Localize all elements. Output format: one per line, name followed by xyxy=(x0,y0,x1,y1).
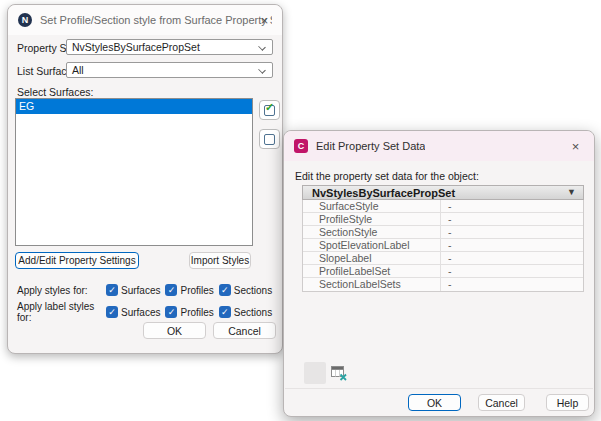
table-row: SurfaceStyle- xyxy=(303,200,583,213)
property-value[interactable]: - xyxy=(440,200,583,212)
checkbox-label: Profiles xyxy=(180,285,213,296)
checkbox-group: ✓Profiles xyxy=(165,306,213,318)
n-app-icon: N xyxy=(18,13,32,27)
uncheck-all-button[interactable] xyxy=(259,129,280,149)
property-name: SlopeLabel xyxy=(303,252,440,264)
cancel-button[interactable]: Cancel xyxy=(478,394,525,411)
apply-styles-row: Apply styles for: ✓Surfaces✓Profiles✓Sec… xyxy=(17,284,272,296)
property-value[interactable]: - xyxy=(440,278,583,291)
check-all-button[interactable]: ✓ xyxy=(259,100,280,120)
table-header-label: NvStylesBySurfacePropSet xyxy=(312,187,455,199)
dialog2-titlebar: C Edit Property Set Data × xyxy=(284,131,594,161)
surface-list-item[interactable]: EG xyxy=(16,99,252,114)
checkbox-group: ✓Sections xyxy=(219,284,272,296)
dropdown-arrow-icon: ▼ xyxy=(567,187,576,197)
table-row: SectionStyle- xyxy=(303,226,583,239)
import-styles-button[interactable]: Import Styles xyxy=(189,252,251,269)
apply-styles-label: Apply styles for: xyxy=(17,285,106,296)
close-button[interactable]: × xyxy=(567,138,584,155)
checkbox-label: Sections xyxy=(234,307,272,318)
civil3d-app-icon: C xyxy=(294,139,308,153)
disabled-button xyxy=(304,362,326,384)
chevron-down-icon xyxy=(258,66,266,74)
checkbox-label: Surfaces xyxy=(121,307,160,318)
close-icon: × xyxy=(261,13,269,28)
property-set-table: NvStylesBySurfacePropSet ▼ SurfaceStyle-… xyxy=(302,185,584,292)
property-value[interactable]: - xyxy=(440,239,583,251)
table-row: SectionLabelSets- xyxy=(303,278,583,291)
list-surfaces-dropdown[interactable]: All xyxy=(66,62,273,78)
sections-checkbox[interactable]: ✓ xyxy=(219,284,231,296)
table-row: SpotElevationLabel- xyxy=(303,239,583,252)
remove-property-set-button[interactable] xyxy=(331,366,348,383)
checkbox-label: Sections xyxy=(234,285,272,296)
close-button[interactable]: × xyxy=(256,12,273,29)
checkbox-group: ✓Surfaces xyxy=(106,284,160,296)
footer-divider xyxy=(285,388,593,389)
property-value[interactable]: - xyxy=(440,213,583,225)
set-profile-section-style-dialog: N Set Profile/Section style from Surface… xyxy=(7,4,283,354)
property-value[interactable]: - xyxy=(440,252,583,264)
dialog1-titlebar: N Set Profile/Section style from Surface… xyxy=(8,5,282,35)
apply-styles-checkboxes: ✓Surfaces✓Profiles✓Sections xyxy=(106,284,272,296)
help-button[interactable]: Help xyxy=(546,394,589,411)
dialog1-title: Set Profile/Section style from Surface P… xyxy=(40,14,272,26)
table-row: ProfileStyle- xyxy=(303,213,583,226)
table-header[interactable]: NvStylesBySurfacePropSet ▼ xyxy=(302,185,584,200)
property-name: ProfileLabelSet xyxy=(303,265,440,277)
surface-listbox[interactable]: EG xyxy=(15,98,253,246)
ok-button[interactable]: OK xyxy=(408,394,461,411)
edit-description-label: Edit the property set data for the objec… xyxy=(295,170,479,182)
property-name: ProfileStyle xyxy=(303,213,440,225)
property-name: SpotElevationLabel xyxy=(303,239,440,251)
property-value[interactable]: - xyxy=(440,265,583,277)
property-set-value: NvStylesBySurfacePropSet xyxy=(72,41,200,53)
property-name: SectionStyle xyxy=(303,226,440,238)
checkbox-label: Surfaces xyxy=(121,285,160,296)
table-x-icon xyxy=(331,366,348,381)
dialog2-title: Edit Property Set Data xyxy=(316,140,425,152)
apply-label-styles-checkboxes: ✓Surfaces✓Profiles✓Sections xyxy=(106,306,272,318)
checkbox-group: ✓Profiles xyxy=(165,284,213,296)
table-row: SlopeLabel- xyxy=(303,252,583,265)
surfaces-checkbox[interactable]: ✓ xyxy=(106,284,118,296)
cancel-button[interactable]: Cancel xyxy=(213,322,276,339)
chevron-down-icon xyxy=(258,43,266,51)
checked-checkbox-icon: ✓ xyxy=(264,105,275,116)
apply-label-styles-label: Apply label styles for: xyxy=(17,301,106,323)
check-icon: ✓ xyxy=(265,101,274,114)
close-icon: × xyxy=(572,139,580,154)
checkbox-group: ✓Sections xyxy=(219,306,272,318)
empty-checkbox-icon xyxy=(264,134,275,145)
sections-checkbox[interactable]: ✓ xyxy=(219,306,231,318)
property-name: SectionLabelSets xyxy=(303,278,440,291)
add-edit-property-settings-button[interactable]: Add/Edit Property Settings xyxy=(15,252,139,269)
desktop-background: N Set Profile/Section style from Surface… xyxy=(0,0,601,421)
profiles-checkbox[interactable]: ✓ xyxy=(165,306,177,318)
property-set-dropdown[interactable]: NvStylesBySurfacePropSet xyxy=(66,39,273,55)
property-value[interactable]: - xyxy=(440,226,583,238)
property-name: SurfaceStyle xyxy=(303,200,440,212)
checkbox-label: Profiles xyxy=(180,307,213,318)
surfaces-checkbox[interactable]: ✓ xyxy=(106,306,118,318)
select-surfaces-label: Select Surfaces: xyxy=(17,86,93,98)
apply-label-styles-row: Apply label styles for: ✓Surfaces✓Profil… xyxy=(17,301,272,323)
profiles-checkbox[interactable]: ✓ xyxy=(165,284,177,296)
property-table-body: SurfaceStyle-ProfileStyle-SectionStyle-S… xyxy=(302,200,584,292)
edit-property-set-data-dialog: C Edit Property Set Data × Edit the prop… xyxy=(283,130,595,417)
checkbox-group: ✓Surfaces xyxy=(106,306,160,318)
list-surfaces-value: All xyxy=(72,64,84,76)
ok-button[interactable]: OK xyxy=(143,322,206,339)
table-row: ProfileLabelSet- xyxy=(303,265,583,278)
